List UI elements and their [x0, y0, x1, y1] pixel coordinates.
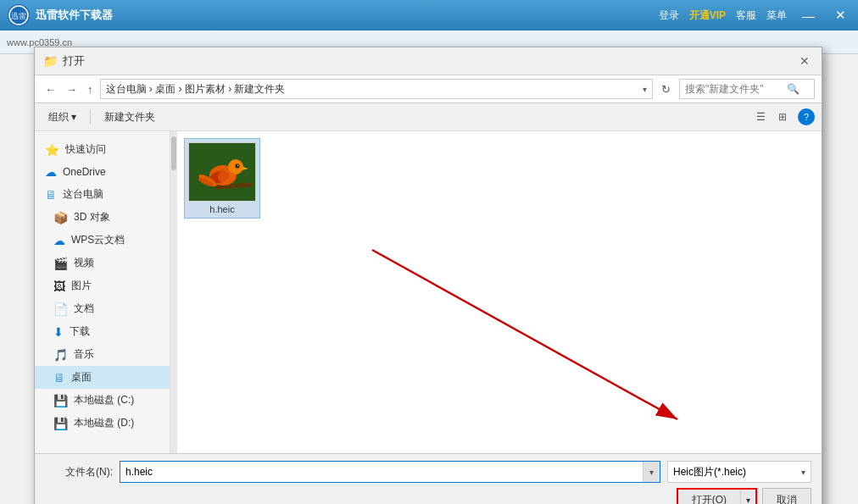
documents-icon: 📄 — [53, 302, 68, 316]
sidebar-item-label-drivd: 本地磁盘 (D:) — [74, 416, 134, 430]
dialog-main: ⭐ 快速访问 ☁ OneDrive 🖥 这台电脑 📦 — [35, 131, 822, 453]
sidebar-item-music[interactable]: 🎵 音乐 — [35, 343, 170, 366]
drivc-icon: 💾 — [53, 394, 68, 407]
dialog-title-text: 打开 — [63, 53, 85, 69]
browser-window: 迅雷 迅雷软件下载器 登录 开通VIP 客服 菜单 — ✕ www.pc0359… — [0, 0, 858, 504]
sidebar-item-label-3dobjects: 3D 对象 — [74, 210, 110, 224]
organize-button[interactable]: 组织 ▾ — [42, 108, 83, 127]
sidebar-item-label-thispc: 这台电脑 — [63, 187, 103, 202]
dialog-titlebar: 📁 打开 ✕ — [35, 47, 822, 75]
file-item-hheic[interactable]: h.heic — [184, 138, 260, 219]
filename-dropdown-icon[interactable]: ▾ — [643, 462, 660, 482]
sidebar-item-thispc[interactable]: 🖥 这台电脑 — [35, 183, 170, 206]
dialog-close-button[interactable]: ✕ — [796, 53, 813, 69]
search-icon: 🔍 — [787, 83, 800, 95]
sidebar-item-label-wpsdocs: WPS云文档 — [71, 233, 125, 247]
up-button[interactable]: ↑ — [84, 81, 97, 97]
search-bar[interactable]: 🔍 — [679, 79, 815, 99]
wpsdocs-icon: ☁ — [53, 234, 65, 247]
svg-point-11 — [237, 165, 239, 167]
back-button[interactable]: ← — [42, 81, 59, 97]
file-thumbnail — [188, 142, 256, 202]
sidebar-item-desktop[interactable]: 🖥 桌面 — [35, 366, 170, 389]
organize-label: 组织 — [48, 110, 69, 125]
scrollbar-thumb[interactable] — [171, 136, 176, 170]
music-icon: 🎵 — [53, 348, 68, 362]
open-dropdown-arrow-button[interactable]: ▾ — [740, 490, 755, 504]
sidebar-item-drivc[interactable]: 💾 本地磁盘 (C:) — [35, 389, 170, 412]
sidebar-item-pictures[interactable]: 🖼 图片 — [35, 274, 170, 297]
dialog-sidebar: ⭐ 快速访问 ☁ OneDrive 🖥 这台电脑 📦 — [35, 131, 170, 453]
dialog-toolbar: 组织 ▾ 新建文件夹 ☰ ⊞ ? — [35, 103, 822, 131]
sidebar-item-documents[interactable]: 📄 文档 — [35, 297, 170, 320]
filename-row: 文件名(N): ▾ Heic图片(*.heic) ▾ — [45, 461, 811, 483]
toolbar-divider — [90, 109, 91, 125]
sidebar-item-label-quickaccess: 快速访问 — [65, 142, 106, 157]
dialog-overlay: 📁 打开 ✕ ← → ↑ 这台电脑 › 桌面 › 图片素材 › 新建文件夹 ▾ … — [0, 0, 858, 504]
view-details-button[interactable]: ⊞ — [772, 107, 793, 127]
sidebar-item-label-drivc: 本地磁盘 (C:) — [74, 393, 134, 407]
sidebar-scrollbar[interactable] — [170, 131, 177, 453]
filename-input-wrap[interactable]: ▾ — [120, 461, 660, 483]
dialog-title-icon: 📁 — [43, 54, 58, 68]
sidebar-item-video[interactable]: 🎬 视频 — [35, 252, 170, 274]
filename-input[interactable] — [120, 466, 643, 478]
sidebar-item-label-music: 音乐 — [74, 347, 94, 362]
dialog-buttons: 打开(O) ▾ 取消 — [45, 488, 811, 504]
sidebar-item-label-pictures: 图片 — [71, 279, 92, 293]
sidebar-item-3dobjects[interactable]: 📦 3D 对象 — [35, 206, 170, 229]
sidebar-item-quickaccess[interactable]: ⭐ 快速访问 — [35, 138, 170, 161]
sidebar-item-label-desktop: 桌面 — [71, 370, 92, 385]
refresh-button[interactable]: ↻ — [656, 81, 676, 97]
open-button[interactable]: 打开(O) — [678, 490, 740, 504]
sidebar-area: ⭐ 快速访问 ☁ OneDrive 🖥 这台电脑 📦 — [35, 131, 177, 453]
3dobjects-icon: 📦 — [53, 211, 68, 224]
desktop-icon: 🖥 — [53, 371, 65, 385]
dialog-files-area: h.heic — [177, 131, 822, 453]
breadcrumb-dropdown-icon[interactable]: ▾ — [643, 85, 647, 94]
arrow-annotation — [177, 131, 822, 453]
drivd-icon: 💾 — [53, 417, 68, 430]
file-label: h.heic — [188, 204, 256, 214]
cancel-button[interactable]: 取消 — [762, 488, 811, 504]
dialog-bottom: 文件名(N): ▾ Heic图片(*.heic) ▾ 打开(O) ▾ — [35, 453, 822, 504]
quickaccess-icon: ⭐ — [45, 143, 59, 157]
sidebar-item-label-downloads: 下载 — [70, 324, 90, 339]
pictures-icon: 🖼 — [53, 280, 65, 293]
filetype-select-wrap[interactable]: Heic图片(*.heic) ▾ — [667, 461, 811, 483]
svg-line-15 — [372, 250, 677, 419]
view-list-button[interactable]: ☰ — [750, 107, 771, 127]
video-icon: 🎬 — [53, 257, 68, 270]
sidebar-item-label-video: 视频 — [74, 256, 94, 270]
svg-point-13 — [218, 170, 235, 184]
sidebar-item-onedrive[interactable]: ☁ OneDrive — [35, 161, 170, 183]
sidebar-item-downloads[interactable]: ⬇ 下载 — [35, 320, 170, 343]
breadcrumb[interactable]: 这台电脑 › 桌面 › 图片素材 › 新建文件夹 ▾ — [100, 79, 654, 99]
dialog-title-area: 📁 打开 — [43, 53, 85, 69]
new-folder-label: 新建文件夹 — [104, 110, 155, 125]
sidebar-item-label-onedrive: OneDrive — [63, 166, 106, 178]
filetype-label: Heic图片(*.heic) — [673, 465, 801, 479]
view-buttons: ☰ ⊞ ? — [750, 107, 815, 127]
filetype-dropdown-icon: ▾ — [801, 468, 805, 477]
filename-label: 文件名(N): — [45, 465, 113, 479]
breadcrumb-text: 这台电脑 › 桌面 › 图片素材 › 新建文件夹 — [106, 82, 286, 97]
search-input[interactable] — [685, 83, 787, 95]
downloads-icon: ⬇ — [53, 325, 64, 339]
help-button[interactable]: ? — [798, 108, 815, 125]
thispc-icon: 🖥 — [45, 188, 57, 202]
sidebar-item-label-documents: 文档 — [74, 302, 94, 316]
onedrive-icon: ☁ — [45, 165, 57, 179]
sidebar-item-wpsdocs[interactable]: ☁ WPS云文档 — [35, 229, 170, 252]
organize-arrow-icon: ▾ — [71, 111, 76, 123]
file-open-dialog: 📁 打开 ✕ ← → ↑ 这台电脑 › 桌面 › 图片素材 › 新建文件夹 ▾ … — [34, 47, 822, 504]
sidebar-item-drivd[interactable]: 💾 本地磁盘 (D:) — [35, 412, 170, 435]
open-button-group[interactable]: 打开(O) ▾ — [677, 488, 757, 504]
forward-button[interactable]: → — [63, 81, 81, 97]
new-folder-button[interactable]: 新建文件夹 — [98, 108, 162, 127]
dialog-address-bar: ← → ↑ 这台电脑 › 桌面 › 图片素材 › 新建文件夹 ▾ ↻ 🔍 — [35, 75, 822, 103]
bird-image — [189, 143, 256, 202]
